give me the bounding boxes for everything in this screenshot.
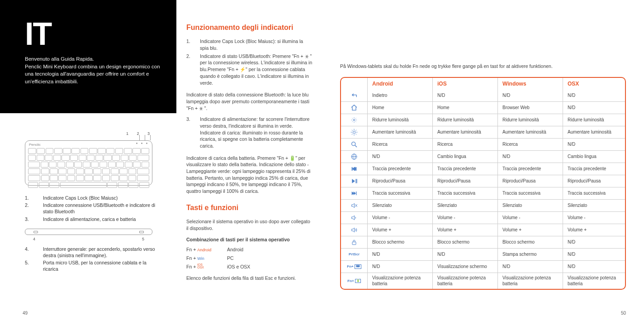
side-label-4: 4 [33, 237, 35, 241]
table-row: N/DCambio linguaN/DCambio lingua [341, 150, 625, 163]
table-cell: Aumentare luminosità [367, 126, 432, 138]
table-row: Traccia successivaTraccia successivaTrac… [341, 187, 625, 199]
row-icon-cell [341, 212, 367, 224]
table-cell: Blocco schermo [432, 236, 497, 248]
table-cell: Traccia successiva [367, 187, 432, 199]
list-item: 2.Indicatore connessione USB/Bluetooth e… [25, 202, 161, 215]
key-combos: Fn + AndroidAndroidFn + WinPCFn + iOS OS… [186, 246, 313, 270]
page-number-left: 49 [23, 311, 28, 316]
table-cell: Ridurre luminosità [497, 114, 563, 126]
list-item: 2.Indicatore di stato USB/Bluetooth: Pre… [186, 53, 313, 86]
svg-point-0 [353, 119, 355, 121]
table-cell: N/D [367, 151, 432, 163]
table-cell: N/D [563, 102, 626, 114]
svg-line-8 [355, 118, 356, 119]
svg-rect-26 [356, 192, 356, 195]
page-number-right: 50 [621, 311, 626, 316]
table-header-android: Android [367, 78, 432, 90]
language-code: IT [25, 18, 163, 50]
table-cell: Traccia precedente [497, 163, 563, 175]
svg-line-14 [352, 130, 353, 131]
center-column: Funzionamento degli indicatori 1.Indicat… [186, 23, 313, 286]
section1-list: 1.Indicatore Caps Lock (Bloc Maiusc): si… [186, 38, 313, 86]
table-row: HomeHomeBrowser WebN/D [341, 101, 625, 114]
list-item: 1.Indicatore Caps Lock (Bloc Maiusc): si… [186, 38, 313, 51]
back-icon [350, 92, 358, 99]
table-cell: Volume + [367, 224, 432, 236]
row-icon-cell: PrtScr [341, 249, 367, 260]
home-icon [350, 104, 358, 111]
keyboard-diagram: 1 2 3 Penclic [25, 131, 156, 190]
table-cell: N/D [563, 236, 626, 248]
table-cell: Volume + [432, 224, 497, 236]
table-cell: Ricerca [432, 139, 497, 150]
table-header-row: Android iOS Windows OSX [341, 78, 625, 90]
svg-line-5 [352, 118, 353, 119]
table-cell: Aumentare luminosità [432, 126, 497, 138]
svg-line-7 [352, 121, 353, 122]
table-cell: Visualizzazione schermo [432, 261, 497, 273]
table-cell: Aumentare luminosità [497, 126, 563, 138]
left-page: IT Benvenuto alla Guida Rapida. Penclic … [0, 0, 322, 321]
table-cell: Blocco schermo [367, 236, 432, 248]
svg-line-6 [355, 121, 356, 122]
table-cell: Volume + [563, 224, 626, 236]
table-row: Aumentare luminositàAumentare luminosità… [341, 126, 625, 138]
brightness-down-icon [350, 116, 358, 124]
svg-line-16 [352, 134, 353, 134]
section1-heading: Funzionamento degli indicatori [186, 23, 313, 33]
list-item: 1.Indicatore Caps Lock (Bloc Maiusc) [25, 195, 161, 201]
table-cell: N/D [563, 90, 626, 101]
row-icon-cell [341, 114, 367, 126]
usb-port-icon [139, 231, 144, 233]
table-row: IndietroN/DN/DN/D [341, 90, 625, 101]
table-cell: Traccia successiva [497, 187, 563, 199]
table-row: Fn+⌨N/DVisualizzazione schermoN/DN/D [341, 260, 625, 273]
table-row: PrtScrN/DN/DStampa schermoN/D [341, 248, 625, 260]
section2-bold: Combinazione di tasti per il sistema ope… [186, 236, 313, 243]
globe-icon [350, 153, 358, 160]
table-cell: N/D [563, 261, 626, 273]
row-icon-cell [341, 126, 367, 138]
table-cell: Volume - [497, 212, 563, 224]
table-cell: Home [367, 102, 432, 114]
row-icon-cell [341, 200, 367, 211]
top-note: På Windows-tablets skal du holde Fn nede… [340, 63, 626, 69]
table-cell: Visualizzazione potenza batteria [432, 273, 497, 289]
combo-row: Fn + AndroidAndroid [186, 246, 313, 253]
function-table: Android iOS Windows OSX IndietroN/DN/DN/… [340, 77, 626, 290]
lock-icon [350, 239, 358, 246]
row-icon-cell [341, 163, 367, 175]
fn-battery-icon: Fn+🔋 [347, 279, 360, 283]
table-cell: Traccia precedente [563, 163, 626, 175]
table-cell: Browser Web [497, 102, 563, 114]
brightness-up-icon [350, 129, 358, 136]
table-cell: Blocco schermo [497, 236, 563, 248]
right-page: På Windows-tablets skal du holde Fn nede… [322, 0, 644, 321]
combo-row: Fn + WinPC [186, 255, 313, 262]
table-cell: Silenziato [432, 200, 497, 211]
table-cell: Stampa schermo [497, 249, 563, 260]
table-header-ios: iOS [432, 78, 497, 90]
prev-track-icon [350, 165, 358, 172]
table-cell: Cambio lingua [563, 151, 626, 163]
table-cell: N/D [432, 90, 497, 101]
table-cell: Ridurre luminosità [563, 114, 626, 126]
search-icon [350, 141, 358, 148]
keyboard-brand: Penclic [29, 143, 41, 147]
table-cell: Visualizzazione potenza batteria [367, 273, 432, 289]
table-cell: Indietro [367, 90, 432, 101]
section2-para2: Elenco delle funzioni della fila di tast… [186, 275, 313, 282]
intro-text: Benvenuto alla Guida Rapida. Penclic Min… [25, 55, 163, 86]
side-label-5: 5 [142, 237, 144, 241]
table-cell: Ridurre luminosità [432, 114, 497, 126]
table-row: SilenziatoSilenziatoSilenziatoSilenziato [341, 199, 625, 211]
row-icon-cell: Fn+🔋 [341, 273, 367, 289]
table-row: Ridurre luminositàRidurre luminositàRidu… [341, 114, 625, 126]
table-cell: Volume - [563, 212, 626, 224]
table-header-osx: OSX [563, 78, 626, 90]
switch-list: 4.Interruttore generale: per accenderlo,… [25, 246, 161, 273]
mute-icon [350, 202, 358, 209]
table-cell: Ridurre luminosità [367, 114, 432, 126]
table-cell: Riproduci/Pausa [497, 175, 563, 187]
